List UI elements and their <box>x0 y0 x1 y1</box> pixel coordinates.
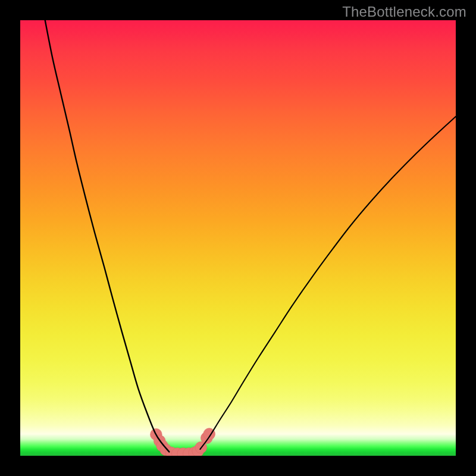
curve-layer <box>20 20 456 456</box>
plot-area <box>20 20 456 456</box>
watermark-text: TheBottleneck.com <box>342 4 466 20</box>
left-branch-curve <box>45 20 170 452</box>
outer-frame: TheBottleneck.com <box>0 0 476 476</box>
right-branch-curve <box>200 117 456 449</box>
